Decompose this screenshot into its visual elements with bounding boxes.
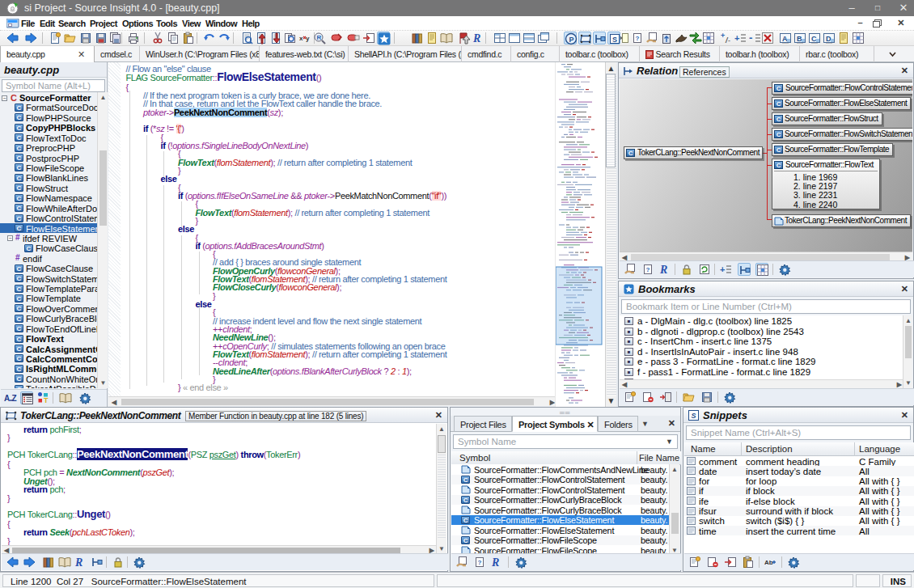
svg-text:y: y bbox=[306, 35, 310, 42]
svg-text:+: + bbox=[720, 264, 725, 274]
svg-text:D: D bbox=[826, 35, 831, 43]
svg-text:?: ? bbox=[478, 559, 482, 566]
svg-text:+: + bbox=[721, 32, 725, 40]
svg-text:?: ? bbox=[636, 35, 640, 42]
svg-text:R: R bbox=[472, 32, 480, 44]
svg-text:-: - bbox=[728, 36, 730, 44]
svg-text:+: + bbox=[734, 33, 739, 43]
svg-text:R: R bbox=[491, 556, 499, 569]
svg-text:B: B bbox=[797, 35, 802, 43]
svg-text:S: S bbox=[692, 412, 696, 420]
svg-text:T: T bbox=[44, 396, 49, 404]
svg-text:A: A bbox=[4, 394, 10, 403]
svg-text:-: - bbox=[749, 32, 752, 44]
svg-text:Ab: Ab bbox=[764, 559, 773, 566]
svg-text:Z: Z bbox=[12, 394, 17, 403]
svg-text:C: C bbox=[811, 35, 817, 43]
svg-text:x: x bbox=[299, 35, 303, 42]
svg-text:P: P bbox=[569, 36, 574, 44]
svg-text:S: S bbox=[612, 36, 617, 44]
svg-text:A: A bbox=[782, 35, 788, 43]
svg-text:R: R bbox=[659, 264, 667, 276]
svg-text:R: R bbox=[74, 556, 83, 569]
svg-text:?: ? bbox=[646, 266, 650, 273]
svg-text:R: R bbox=[317, 34, 322, 41]
